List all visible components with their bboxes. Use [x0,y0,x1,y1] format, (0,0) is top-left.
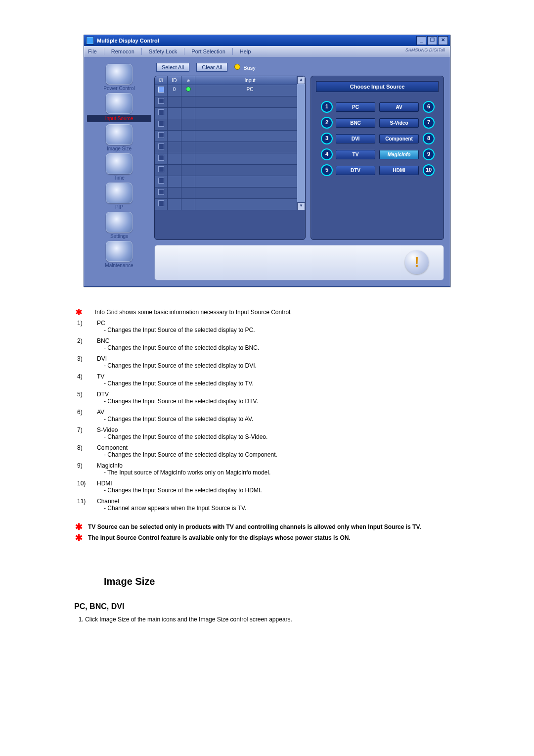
pip-icon [106,183,133,203]
sidebar-item-time[interactable]: Time [87,153,151,181]
note-power-on: ✱ The Input Source Control feature is av… [74,534,460,541]
footer-status-bar: ! [154,245,444,281]
row-checkbox[interactable] [155,153,168,165]
row-checkbox[interactable] [155,85,168,96]
sidebar-item-input-source[interactable]: Input Source [87,93,151,122]
sidebar-item-power[interactable]: Power Control [87,64,151,91]
callout-9: 9 [423,148,435,160]
menu-file[interactable]: File [88,48,97,54]
row-checkbox[interactable] [155,199,168,210]
list-item: 1) PC- Changes the Input Source of the s… [74,318,460,335]
grid-row[interactable] [155,199,305,210]
list-item: 8) Component- Changes the Input Source o… [74,442,460,460]
source-button-svideo[interactable]: S-Video [379,118,419,128]
source-button-component[interactable]: Component [379,134,419,143]
source-button-dtv[interactable]: DTV [336,166,375,175]
grid-row[interactable] [155,131,305,142]
sidebar-label-maintenance: Maintenance [87,263,151,268]
choose-input-source-panel: Choose Input Source 1 PC AV 6 2 BNC S-Vi… [311,76,444,240]
grid-header: ☑ ID ⎈ Input [155,76,305,85]
sidebar-label-input: Input Source [87,115,151,122]
row-checkbox[interactable] [155,119,168,131]
star-icon: ✱ [74,309,95,316]
close-button[interactable]: ✕ [438,36,448,45]
source-button-magicinfo[interactable]: MagicInfo [379,150,419,159]
grid-row[interactable] [155,142,305,153]
source-button-bnc[interactable]: BNC [336,118,375,128]
sidebar-item-maintenance[interactable]: Maintenance [87,241,151,268]
sidebar-item-settings[interactable]: Settings [87,212,151,239]
callout-8: 8 [423,133,435,144]
menu-help[interactable]: Help [240,48,251,54]
minimize-button[interactable]: _ [416,36,426,45]
info-grid: ☑ ID ⎈ Input 0 [154,76,306,240]
sidebar-label-image: Image Size [87,146,151,151]
row-checkbox[interactable] [155,165,168,176]
row-checkbox[interactable] [155,108,168,119]
grid-header-input[interactable]: Input [195,76,305,85]
list-item: 2) BNC- Changes the Input Source of the … [74,335,460,353]
callout-10: 10 [423,164,435,176]
grid-header-id[interactable]: ID [168,76,181,85]
choose-input-source-title: Choose Input Source [316,81,439,92]
grid-scrollbar[interactable]: ▲ ▼ [297,76,305,210]
brand-label: SAMSUNG DIGITall [405,47,445,52]
busy-dot-icon [234,64,240,70]
grid-row[interactable] [155,153,305,165]
info-orb-icon: ! [405,250,429,274]
grid-header-checkbox[interactable]: ☑ [155,76,168,85]
sidebar-label-time: Time [87,175,151,181]
toolbar: Select All Clear All Busy [154,63,444,76]
sidebar-item-pip[interactable]: PIP [87,183,151,210]
sidebar: Power Control Input Source Image Size Ti… [84,57,154,286]
menu-port-selection[interactable]: Port Selection [191,48,225,54]
callout-2: 2 [321,117,333,129]
row-checkbox[interactable] [155,188,168,199]
row-checkbox[interactable] [155,176,168,188]
menu-safety-lock[interactable]: Safety Lock [149,48,177,54]
grid-row[interactable] [155,119,305,131]
list-item: 9) MagicInfo- The Input source of MagicI… [74,460,460,478]
grid-row[interactable] [155,165,305,176]
sub-step-list: Click Image Size of the main icons and t… [85,616,460,623]
grid-body: 0 PC [155,85,305,210]
power-icon [106,64,133,85]
grid-header-status[interactable]: ⎈ [181,76,195,85]
maximize-button[interactable]: ❐ [427,36,437,45]
subheading-pc-bnc-dvi: PC, BNC, DVI [74,602,460,611]
row-input: PC [195,85,305,96]
row-id: 0 [168,85,181,96]
source-button-tv[interactable]: TV [336,150,375,159]
grid-row[interactable] [155,176,305,188]
grid-row[interactable] [155,108,305,119]
settings-icon [106,212,133,233]
list-item: 11) Channel- Channel arrow appears when … [74,496,460,514]
star-icon: ✱ [74,523,88,530]
source-button-av[interactable]: AV [379,102,419,112]
list-item: 7) S-Video- Changes the Input Source of … [74,425,460,442]
sidebar-label-settings: Settings [87,234,151,239]
row-status-icon [181,85,195,96]
menu-remocon[interactable]: Remocon [111,48,134,54]
grid-row[interactable] [155,188,305,199]
list-item: ✱ Info Grid shows some basic information… [74,307,460,318]
grid-row[interactable]: 0 PC [155,85,305,96]
callout-4: 4 [321,148,333,160]
select-all-button[interactable]: Select All [156,63,189,72]
clear-all-button[interactable]: Clear All [196,63,227,72]
row-checkbox[interactable] [155,142,168,153]
callout-1: 1 [321,101,333,113]
row-checkbox[interactable] [155,131,168,142]
row-checkbox[interactable] [155,96,168,108]
window-title: Multiple Display Control [97,38,416,44]
grid-row[interactable] [155,96,305,108]
scroll-down-button[interactable]: ▼ [297,202,305,210]
list-item: 6) AV- Changes the Input Source of the s… [74,407,460,425]
source-button-hdmi[interactable]: HDMI [379,166,419,175]
scroll-up-button[interactable]: ▲ [297,76,305,84]
source-button-dvi[interactable]: DVI [336,134,375,143]
callout-3: 3 [321,133,333,144]
source-button-pc[interactable]: PC [336,102,375,112]
sidebar-item-image-size[interactable]: Image Size [87,124,151,151]
sidebar-label-power: Power Control [87,86,151,91]
